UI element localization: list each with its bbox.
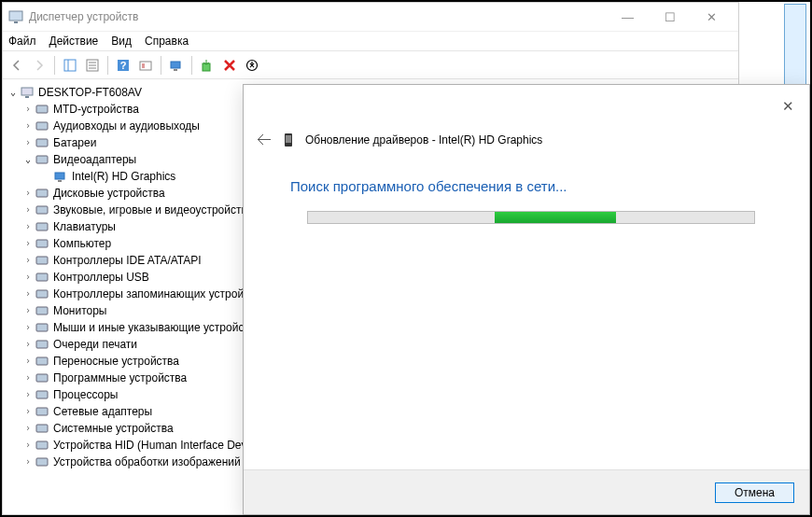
tree-category-label: Звуковые, игровые и видеоустройства: [53, 202, 253, 218]
category-icon: [35, 354, 49, 369]
menubar: Файл Действие Вид Справка: [3, 31, 738, 51]
tree-category-label: Процессоры: [53, 386, 119, 403]
toolbar-separator: [191, 56, 192, 75]
menu-action[interactable]: Действие: [49, 35, 99, 48]
device-icon: [281, 133, 296, 147]
toolbar-separator: [54, 56, 55, 75]
menu-help[interactable]: Справка: [145, 35, 189, 48]
svg-rect-18: [36, 105, 48, 113]
category-icon: [35, 370, 49, 385]
maximize-button[interactable]: ☐: [649, 3, 691, 31]
window-title: Диспетчер устройств: [29, 10, 607, 23]
category-icon: [35, 303, 49, 318]
svg-rect-16: [21, 88, 33, 95]
back-button[interactable]: [7, 55, 27, 76]
menu-view[interactable]: Вид: [111, 35, 132, 48]
svg-rect-19: [36, 122, 48, 130]
update-driver-dialog: ✕ 🡠 Обновление драйверов - Intel(R) HD G…: [243, 84, 810, 515]
svg-rect-24: [36, 189, 48, 197]
svg-rect-28: [36, 257, 48, 264]
tree-category-label: MTD-устройства: [53, 101, 139, 118]
help-button[interactable]: ?: [113, 55, 133, 76]
dialog-close-button[interactable]: ✕: [774, 92, 802, 120]
tree-category-label: Видеоадаптеры: [53, 151, 136, 168]
svg-rect-0: [9, 11, 22, 21]
svg-rect-30: [36, 290, 48, 298]
uninstall-button[interactable]: [219, 55, 240, 76]
svg-rect-25: [36, 206, 48, 214]
tree-category-label: Контроллеры USB: [53, 269, 149, 286]
action-toolbar-button[interactable]: [135, 55, 156, 76]
forward-button[interactable]: [29, 55, 49, 76]
menu-file[interactable]: Файл: [8, 35, 36, 48]
properties-button[interactable]: [82, 55, 103, 76]
category-icon: [35, 236, 49, 251]
tree-category-label: Аудиовходы и аудиовыходы: [53, 118, 200, 134]
category-icon: [35, 152, 49, 167]
category-icon: [35, 219, 49, 234]
category-icon: [35, 135, 49, 150]
category-icon: [35, 203, 49, 217]
svg-rect-26: [36, 223, 48, 231]
svg-rect-27: [36, 240, 48, 247]
svg-rect-17: [25, 96, 29, 98]
app-icon: [8, 9, 23, 24]
tree-category-label: Очереди печати: [53, 336, 137, 353]
svg-rect-38: [36, 425, 48, 432]
svg-rect-10: [140, 62, 151, 70]
minimize-button[interactable]: —: [607, 3, 649, 31]
category-icon: [35, 387, 49, 402]
tree-category-label: Устройства HID (Human Interface Devices): [53, 437, 271, 454]
category-icon: [35, 186, 49, 201]
dialog-header: 🡠 Обновление драйверов - Intel(R) HD Gra…: [257, 132, 542, 148]
cancel-button[interactable]: Отмена: [715, 482, 794, 503]
dialog-footer: Отмена: [244, 469, 809, 514]
svg-rect-20: [36, 139, 48, 147]
svg-rect-29: [36, 273, 48, 281]
disable-button[interactable]: [242, 55, 262, 76]
category-icon: [35, 337, 49, 352]
progress-chunk: [495, 212, 616, 223]
tree-category-label: Мыши и иные указывающие устройства: [53, 319, 261, 336]
svg-rect-37: [36, 408, 48, 415]
dialog-back-button[interactable]: 🡠: [257, 132, 272, 148]
tree-category-label: Переносные устройства: [53, 353, 179, 370]
dialog-status-text: Поиск программного обеспечения в сети...: [290, 178, 567, 194]
svg-rect-34: [36, 357, 48, 365]
tree-category-label: Компьютер: [53, 235, 111, 252]
tree-category-label: Системные устройства: [53, 420, 174, 437]
svg-rect-11: [142, 63, 145, 68]
category-icon: [35, 404, 49, 419]
svg-rect-1: [14, 21, 18, 23]
svg-rect-22: [55, 173, 64, 179]
svg-rect-31: [36, 307, 48, 314]
tree-category-label: Контроллеры запоминающих устройств: [53, 286, 260, 302]
titlebar: Диспетчер устройств — ☐ ✕: [3, 3, 738, 31]
update-driver-button[interactable]: [197, 55, 217, 76]
category-icon: [35, 270, 49, 285]
category-icon: [35, 421, 49, 436]
device-icon: [53, 169, 68, 184]
category-icon: [35, 286, 49, 301]
category-icon: [35, 454, 49, 469]
window-controls: — ☐ ✕: [607, 3, 733, 31]
tree-device-label: Intel(R) HD Graphics: [72, 168, 175, 185]
category-icon: [35, 119, 49, 133]
svg-rect-39: [36, 441, 48, 449]
svg-rect-13: [174, 69, 177, 71]
svg-text:?: ?: [120, 60, 127, 71]
toolbar-separator: [161, 56, 161, 75]
tree-category-label: Сетевые адаптеры: [53, 403, 152, 420]
svg-rect-36: [36, 391, 48, 398]
category-icon: [35, 253, 49, 268]
tree-category-label: Мониторы: [53, 302, 106, 319]
category-icon: [35, 320, 49, 335]
svg-rect-2: [64, 60, 76, 71]
category-icon: [35, 438, 49, 453]
category-icon: [35, 102, 49, 117]
svg-rect-12: [171, 62, 180, 68]
show-hide-tree-button[interactable]: [60, 55, 80, 76]
tree-root-label: DESKTOP-FT608AV: [38, 84, 142, 101]
scan-hardware-button[interactable]: [166, 55, 187, 76]
close-button[interactable]: ✕: [691, 3, 733, 31]
